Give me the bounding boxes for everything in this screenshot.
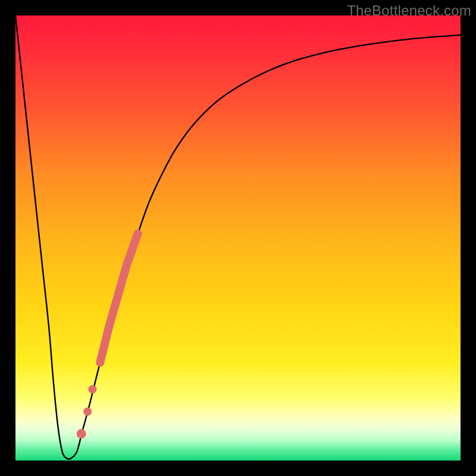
highlight-dot <box>77 429 86 439</box>
chart-frame: TheBottleneck.com <box>0 0 476 476</box>
gradient-background <box>15 15 461 461</box>
plot-area <box>15 15 461 461</box>
watermark-text: TheBottleneck.com <box>347 2 471 19</box>
highlight-dot <box>83 408 92 416</box>
highlight-dot <box>88 385 96 393</box>
bottleneck-chart <box>15 15 461 461</box>
